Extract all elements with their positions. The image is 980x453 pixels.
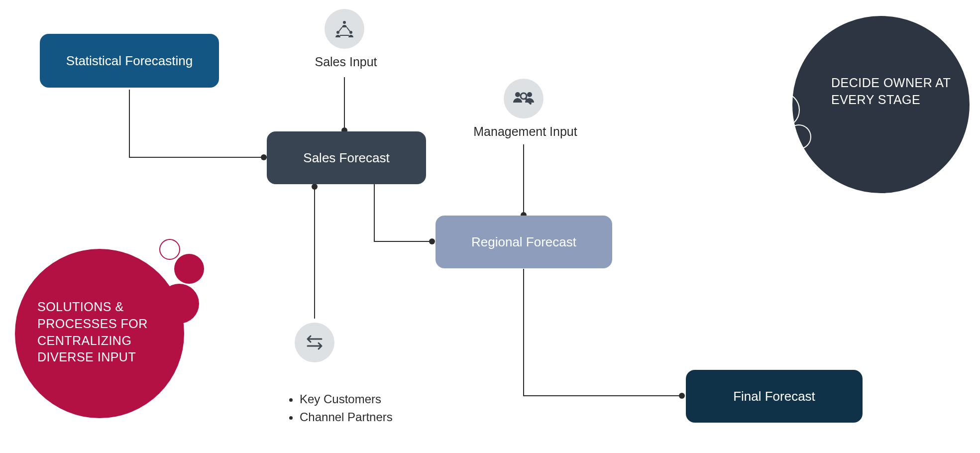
sales-input-label: Sales Input [314, 55, 378, 69]
diagram-canvas: Statistical Forecasting Sales Forecast R… [0, 0, 980, 453]
team-magnifier-icon [511, 88, 537, 110]
node-label: Final Forecast [733, 389, 815, 404]
bubble-cluster-right: DECIDE OWNER AT EVERY STAGE [747, 10, 976, 209]
bullet-item: Channel Partners [300, 408, 393, 426]
node-statistical-forecasting: Statistical Forecasting [40, 34, 219, 88]
svg-line-9 [339, 27, 342, 31]
external-input-bullets: Key Customers Channel Partners [288, 390, 393, 426]
management-input-label: Management Input [472, 124, 579, 139]
svg-point-5 [679, 393, 685, 399]
bubble-left-text: SOLUTIONS & PROCESSES FOR CENTRALIZING D… [37, 299, 162, 366]
arrows-exchange-icon [305, 334, 325, 351]
svg-point-2 [312, 184, 318, 190]
bullet-item: Key Customers [300, 390, 393, 408]
external-input-icon-circle [295, 323, 334, 362]
sales-input-icon-circle [325, 9, 364, 49]
node-label: Regional Forecast [471, 234, 576, 250]
node-sales-forecast: Sales Forecast [267, 131, 426, 184]
node-label: Sales Forecast [303, 150, 389, 166]
bubble-cluster-left: SOLUTIONS & PROCESSES FOR CENTRALIZING D… [10, 209, 224, 423]
svg-point-3 [429, 238, 435, 244]
network-icon [333, 17, 356, 40]
svg-point-6 [343, 21, 346, 24]
svg-line-10 [347, 27, 350, 31]
node-label: Statistical Forecasting [66, 53, 193, 69]
bubble-right-text: DECIDE OWNER AT EVERY STAGE [831, 75, 951, 109]
svg-point-12 [515, 92, 520, 97]
node-regional-forecast: Regional Forecast [436, 216, 612, 268]
node-final-forecast: Final Forecast [686, 370, 863, 423]
svg-point-0 [261, 154, 267, 160]
management-input-icon-circle [504, 79, 544, 118]
svg-point-13 [527, 92, 532, 97]
